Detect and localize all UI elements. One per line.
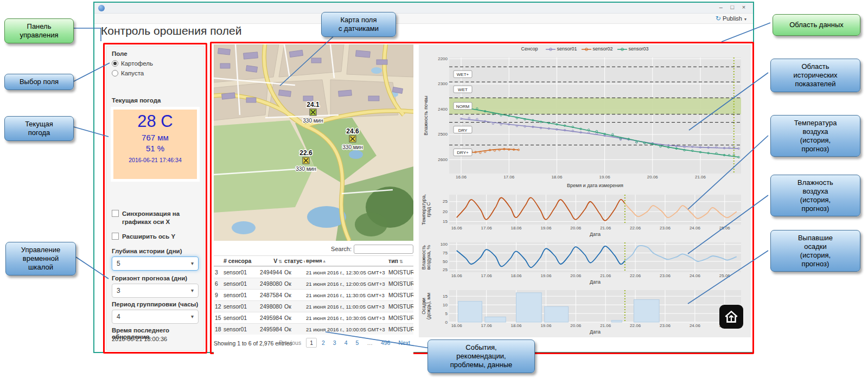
- table-cell: MOISTURE: [387, 313, 413, 322]
- forecast-horizon-select[interactable]: 3▾: [112, 284, 199, 298]
- svg-text:NORM: NORM: [456, 104, 470, 109]
- caret-down-icon: ▾: [191, 310, 194, 323]
- svg-text:330 мин: 330 мин: [342, 144, 362, 150]
- table-cell: Ок: [283, 313, 305, 322]
- checkbox-expand-y-axis[interactable]: Расширить ось Y: [112, 233, 200, 241]
- field-map[interactable]: 24.1330 мин24.6330 мин22.6330 мин: [214, 44, 413, 241]
- maximize-button[interactable]: □: [727, 4, 737, 10]
- export-button[interactable]: [719, 305, 743, 329]
- callout-field-select: Выбор поля: [4, 74, 74, 90]
- sensor-table-body: 3sensor012494944Ок21 июня 2016 г., 12:30…: [214, 266, 413, 335]
- svg-text:20.06: 20.06: [570, 273, 582, 278]
- table-cell: MOISTURE: [387, 302, 413, 311]
- page-button[interactable]: Next: [395, 338, 413, 347]
- table-cell: 18: [214, 325, 222, 334]
- table-row[interactable]: 9sensor012487584Ок21 июня 2016 г., 11:30…: [214, 289, 413, 300]
- svg-text:град C: град C: [426, 202, 431, 217]
- svg-text:WET+: WET+: [457, 72, 469, 77]
- svg-text:18.06: 18.06: [551, 175, 563, 180]
- svg-text:WET: WET: [458, 87, 468, 92]
- air-temperature-chart[interactable]: 16.0617.0618.0619.0620.0621.0622.0623.06…: [421, 192, 749, 238]
- checkbox-sync-x-axis[interactable]: Синхронизация на графиках оси X: [112, 210, 200, 226]
- table-cell: Ок: [283, 279, 305, 288]
- precipitation-chart[interactable]: 16.0617.0618.0619.0620.0621.0622.0623.06…: [421, 287, 749, 335]
- svg-text:24.6: 24.6: [346, 127, 359, 135]
- column-header[interactable]: статус▾: [283, 256, 305, 266]
- checkbox-icon: [112, 210, 119, 217]
- svg-text:22.6: 22.6: [299, 149, 312, 157]
- close-button[interactable]: ×: [739, 4, 749, 10]
- soil-moisture-chart[interactable]: 16.0617.0618.0619.0620.0621.062200230024…: [421, 54, 749, 189]
- table-cell: 21 июня 2016 г., 12:30:05 GMT+3: [305, 268, 387, 277]
- table-cell: MOISTURE: [387, 291, 413, 299]
- minimize-button[interactable]: –: [716, 4, 726, 10]
- table-row[interactable]: 15sensor012495984Ок21 июня 2016 г., 10:3…: [214, 312, 413, 323]
- radio-label: Капуста: [121, 70, 144, 76]
- svg-text:50: 50: [443, 259, 448, 264]
- svg-text:21.06: 21.06: [600, 323, 611, 328]
- publish-label: Publish: [723, 15, 742, 22]
- weather-pressure: 767 мм: [113, 133, 197, 142]
- svg-text:0: 0: [445, 320, 448, 325]
- field-group-label: Поле: [112, 50, 127, 57]
- history-depth-select[interactable]: 5▾: [112, 257, 199, 271]
- svg-text:24.06: 24.06: [690, 273, 701, 278]
- page-button[interactable]: Previous: [276, 338, 304, 347]
- svg-text:(дождь), мм: (дождь), мм: [426, 293, 431, 320]
- page-button[interactable]: 1: [306, 338, 317, 348]
- window-titlebar: – □ ×: [94, 3, 753, 14]
- table-search: Search:: [331, 243, 413, 254]
- callout-control-panel: Панель управления: [4, 18, 74, 43]
- table-cell: Ок: [283, 268, 305, 277]
- svg-text:17.06: 17.06: [503, 175, 515, 180]
- table-row[interactable]: 6sensor012498080Ок21 июня 2016 г., 12:00…: [214, 278, 413, 289]
- svg-text:24.1: 24.1: [307, 101, 320, 108]
- table-cell: 2494944: [252, 268, 283, 277]
- svg-text:2200: 2200: [438, 56, 448, 61]
- svg-text:21.06: 21.06: [600, 226, 611, 230]
- callout-air-humidity: Влажность воздуха (история, прогноз): [770, 175, 860, 216]
- forecast-horizon-label: Горизонт прогноза (дни): [112, 275, 187, 281]
- table-cell: MOISTURE: [387, 268, 413, 277]
- legend-item: sensor01: [546, 46, 577, 52]
- column-header[interactable]: V⇅: [252, 256, 283, 266]
- search-input[interactable]: [354, 245, 413, 254]
- table-cell: 21 июня 2016 г., 12:00:05 GMT+3: [305, 280, 387, 288]
- svg-text:330 мин: 330 мин: [296, 166, 316, 172]
- callout-precipitation: Выпавшие осадки (история, прогноз): [770, 230, 860, 272]
- page-button[interactable]: 4: [341, 338, 351, 347]
- svg-text:19.06: 19.06: [540, 323, 552, 328]
- column-header[interactable]: # сенсора⇅: [222, 256, 252, 266]
- svg-text:75: 75: [443, 251, 448, 255]
- table-row[interactable]: 12sensor012498080Ок21 июня 2016 г., 11:0…: [214, 300, 413, 312]
- page-button[interactable]: 3: [330, 338, 340, 347]
- column-header[interactable]: тип⇅: [387, 256, 413, 266]
- publish-icon: ↻: [716, 15, 721, 22]
- weather-humidity: 51 %: [113, 144, 197, 153]
- table-row[interactable]: 3sensor012494944Ок21 июня 2016 г., 12:30…: [214, 266, 413, 278]
- svg-text:24.06: 24.06: [690, 226, 701, 230]
- svg-text:20.06: 20.06: [570, 226, 582, 230]
- column-header[interactable]: время▴: [305, 256, 387, 266]
- svg-text:16.06: 16.06: [451, 226, 463, 230]
- svg-text:Время и дата измерения: Время и дата измерения: [567, 183, 623, 188]
- legend-item: sensor03: [617, 46, 649, 52]
- grouping-period-select[interactable]: 4▾: [112, 310, 199, 324]
- page-button[interactable]: 496: [378, 338, 394, 347]
- page-button[interactable]: 2: [318, 338, 328, 347]
- svg-text:20.06: 20.06: [647, 175, 659, 180]
- svg-text:18.06: 18.06: [510, 273, 522, 278]
- page-button[interactable]: 5: [353, 338, 362, 347]
- air-humidity-chart[interactable]: 16.0617.0618.0619.0620.0621.0622.0623.06…: [421, 240, 749, 285]
- window-icon: [98, 5, 105, 11]
- radio-field-potato[interactable]: Картофель: [112, 60, 153, 67]
- history-depth-label: Глубина истории (дни): [112, 248, 182, 254]
- radio-field-cabbage[interactable]: Капуста: [112, 70, 144, 76]
- table-row[interactable]: 18sensor012495984Ок21 июня 2016 г., 10:0…: [214, 323, 413, 335]
- table-header-row: # сенсора⇅V⇅статус▾время▴тип⇅: [214, 255, 413, 266]
- svg-text:24.06: 24.06: [690, 323, 701, 328]
- control-panel: Поле Картофель Капуста Текущая погода 28…: [106, 46, 205, 351]
- publish-button[interactable]: ↻Publish▾: [716, 15, 746, 22]
- column-header: [214, 256, 222, 266]
- window-toolbar: ↻Publish▾: [94, 14, 753, 24]
